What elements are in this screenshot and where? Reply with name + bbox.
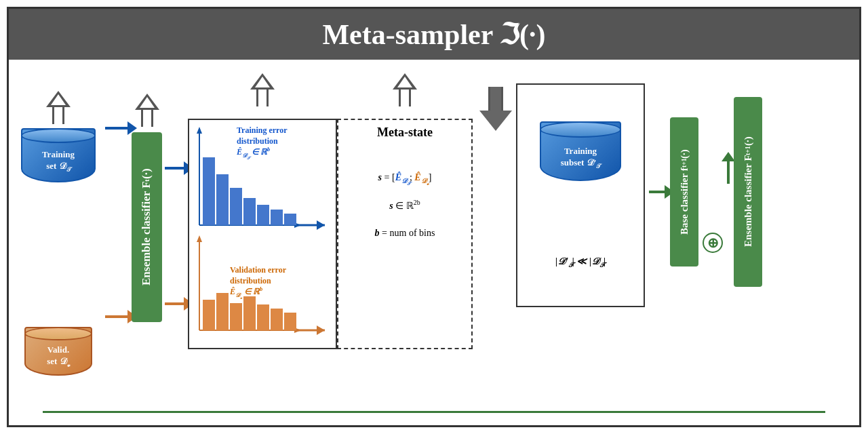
ensemble-classifier-left: Ensemble classifier Ft(·) (132, 132, 162, 322)
meta-state-formula-s2: s ∈ ℝ2b (375, 195, 435, 216)
base-to-ensemble-arrow (727, 160, 730, 184)
valid-set-box: Valid.set 𝒟𝓋 (24, 327, 92, 381)
diagram-container: Meta-sampler ℑ(·) (7, 7, 861, 427)
svg-rect-18 (216, 293, 229, 330)
right-section: Trainingsubset 𝒟'𝒯 |𝒟'𝒯| ≪ |𝒟𝒯| Base cla… (516, 77, 762, 307)
svg-rect-6 (230, 188, 242, 225)
header-title: Meta-sampler ℑ(·) (322, 18, 545, 51)
svg-rect-4 (203, 157, 215, 225)
main-content: Trainingset 𝒟𝒯 Valid.set 𝒟𝓋 (9, 60, 859, 429)
svg-rect-8 (257, 205, 269, 225)
svg-marker-2 (197, 127, 202, 134)
histogram-box: Training errordistribution Ê𝒟𝒯 ∈ ℝb Vali… (188, 119, 337, 349)
svg-rect-23 (284, 313, 296, 330)
training-subset-box: Trainingsubset 𝒟'𝒯 |𝒟'𝒯| ≪ |𝒟𝒯| (516, 83, 645, 307)
meta-state-formula-b: b = num of bins (375, 223, 435, 244)
green-bottom-line (43, 411, 825, 413)
svg-rect-22 (271, 309, 283, 330)
ensemble-hist-arrows (165, 127, 185, 344)
meta-state-title: Meta-state (377, 125, 433, 140)
left-column: Trainingset 𝒟𝒯 Valid.set 𝒟𝓋 (14, 66, 102, 406)
svg-rect-7 (243, 198, 256, 225)
meta-state-box: Meta-state s = [Ê𝒟𝒯; Ê𝒟𝓋] s ∈ ℝ2b b = nu… (337, 119, 473, 349)
plus-circle: ⊕ (703, 233, 723, 253)
ensemble-classifier-right: Ensemble classifier Ft+1(·) (734, 97, 762, 287)
training-set-box: Trainingset 𝒟𝒯 (21, 128, 96, 189)
svg-rect-21 (257, 304, 269, 330)
ensemble-left-section: Ensemble classifier Ft(·) (132, 94, 162, 322)
histogram-section: Training errordistribution Ê𝒟𝒯 ∈ ℝb Vali… (188, 73, 337, 349)
svg-rect-17 (203, 300, 215, 330)
subset-size-label: |𝒟'𝒯| ≪ |𝒟𝒯| (555, 256, 606, 269)
plus-circle-section: ⊕ (703, 233, 723, 253)
base-classifier-box: Base classifier ft+1(·) (670, 117, 698, 267)
down-arrow-section (479, 87, 512, 131)
meta-state-section: Meta-state s = [Ê𝒟𝒯; Ê𝒟𝓋] s ∈ ℝ2b b = nu… (337, 73, 473, 349)
meta-state-formula-s: s = [Ê𝒟𝒯; Ê𝒟𝓋] (375, 167, 435, 189)
svg-rect-5 (216, 174, 229, 225)
svg-marker-15 (197, 235, 202, 242)
svg-rect-20 (243, 296, 256, 330)
svg-rect-10 (284, 214, 296, 225)
subset-to-base-arrow (649, 191, 666, 193)
dataset-arrows (105, 94, 129, 351)
svg-rect-9 (271, 210, 283, 225)
histogram-svg (189, 120, 332, 344)
header-bar: Meta-sampler ℑ(·) (9, 9, 859, 60)
svg-rect-19 (230, 303, 242, 330)
